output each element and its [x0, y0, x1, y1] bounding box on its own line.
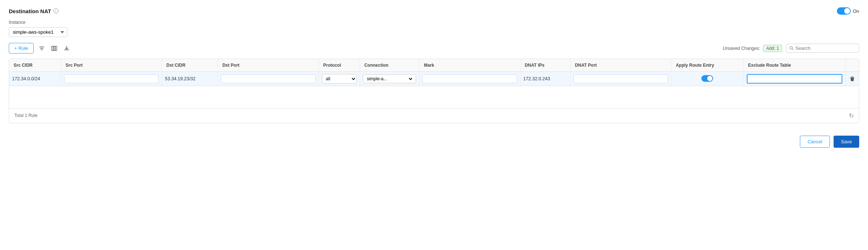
src-port-input[interactable]: [64, 74, 159, 83]
trash-icon: [849, 76, 855, 82]
protocol-select[interactable]: all tcp udp: [322, 74, 357, 84]
apply-route-toggle[interactable]: [701, 75, 713, 82]
col-dnat-ips: DNAT IPs: [520, 59, 570, 72]
svg-rect-0: [52, 46, 53, 51]
total-rules: Total 1 Rule: [14, 113, 37, 118]
toggle-label: On: [853, 8, 859, 14]
header-row: Destination NAT i On: [9, 7, 859, 15]
cell-exclude-route[interactable]: [743, 72, 846, 86]
toolbar-right: Unsaved Changes: Add: 1: [723, 44, 859, 53]
columns-icon: [51, 45, 57, 51]
connection-select-wrapper[interactable]: simple-a...: [363, 74, 416, 83]
table-wrapper: Src CIDR Src Port Dst CIDR Dst Port Prot…: [9, 59, 859, 123]
col-src-port: Src Port: [61, 59, 162, 72]
svg-rect-1: [53, 46, 55, 51]
add-rule-button[interactable]: + Rule: [9, 43, 34, 54]
data-table: Src CIDR Src Port Dst CIDR Dst Port Prot…: [9, 59, 859, 108]
svg-point-3: [790, 47, 792, 49]
col-connection: Connection: [360, 59, 419, 72]
cell-dst-cidr: 53.34.19.23/32: [162, 72, 218, 86]
download-button[interactable]: [62, 44, 71, 53]
connection-select[interactable]: simple-a...: [366, 76, 414, 82]
toolbar: + Rule Unsave: [9, 43, 859, 54]
svg-rect-2: [55, 46, 57, 51]
cell-protocol[interactable]: all tcp udp: [319, 72, 360, 86]
exclude-route-input[interactable]: [747, 74, 843, 84]
cell-dst-port[interactable]: [218, 72, 319, 86]
info-icon[interactable]: i: [53, 8, 59, 14]
cell-apply-route[interactable]: [671, 72, 743, 86]
toggle-area: On: [837, 7, 859, 15]
columns-button[interactable]: [50, 44, 59, 53]
page-title: Destination NAT: [9, 8, 51, 14]
col-dst-port: Dst Port: [218, 59, 319, 72]
empty-cell: [9, 86, 859, 108]
col-dnat-port: DNAT Port: [570, 59, 671, 72]
filter-icon: [39, 45, 45, 51]
search-icon: [789, 46, 794, 51]
title-area: Destination NAT i: [9, 8, 59, 14]
dst-port-input[interactable]: [221, 74, 315, 83]
refresh-icon[interactable]: ↻: [849, 112, 854, 119]
main-toggle[interactable]: [837, 7, 851, 15]
col-dst-cidr: Dst CIDR: [162, 59, 218, 72]
instance-label: Instance: [9, 20, 859, 25]
save-button[interactable]: Save: [834, 136, 859, 148]
cancel-button[interactable]: Cancel: [800, 136, 830, 148]
cell-dnat-port[interactable]: [570, 72, 671, 86]
search-input[interactable]: [795, 45, 856, 51]
unsaved-label: Unsaved Changes:: [723, 46, 760, 51]
table-footer: Total 1 Rule ↻: [9, 108, 859, 123]
empty-row: [9, 86, 859, 108]
table-row: 172.34.0.0/24 53.34.19.23/32 all: [9, 72, 859, 86]
col-actions: [846, 59, 859, 72]
unsaved-changes: Unsaved Changes: Add: 1: [723, 45, 782, 52]
svg-rect-5: [852, 77, 853, 77]
cell-delete[interactable]: [846, 72, 859, 86]
svg-rect-4: [850, 77, 854, 78]
col-mark: Mark: [419, 59, 520, 72]
add-badge: Add: 1: [763, 45, 782, 52]
cell-src-port[interactable]: [61, 72, 162, 86]
mark-input[interactable]: [422, 74, 517, 83]
search-box[interactable]: [786, 44, 859, 53]
page-container: Destination NAT i On Instance simple-aws…: [0, 0, 868, 250]
col-protocol: Protocol: [319, 59, 360, 72]
col-exclude-route: Exclude Route Table: [743, 59, 846, 72]
cell-src-cidr: 172.34.0.0/24: [9, 72, 61, 86]
cell-mark[interactable]: [419, 72, 520, 86]
action-bar: Cancel Save: [9, 130, 859, 148]
col-src-cidr: Src CIDR: [9, 59, 61, 72]
filter-button[interactable]: [37, 44, 46, 53]
cell-connection[interactable]: simple-a...: [360, 72, 419, 86]
download-icon: [64, 45, 70, 51]
table-header-row: Src CIDR Src Port Dst CIDR Dst Port Prot…: [9, 59, 859, 72]
col-apply-route: Apply Route Entry: [671, 59, 743, 72]
cell-dnat-ips: 172.32.0.243: [520, 72, 570, 86]
instance-select[interactable]: simple-aws-spoke1 simple-aws-spoke2: [9, 27, 67, 37]
toolbar-left: + Rule: [9, 43, 71, 54]
dnat-port-input[interactable]: [574, 74, 668, 83]
delete-row-button[interactable]: [849, 75, 856, 82]
